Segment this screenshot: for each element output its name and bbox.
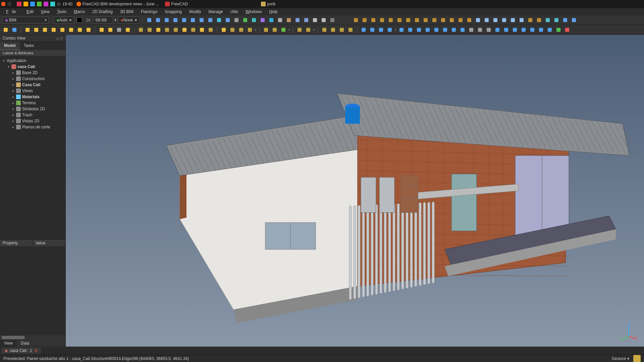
polygon-icon[interactable] — [67, 26, 75, 34]
navigation-gizmo[interactable]: z x y — [619, 321, 639, 341]
workbench-selector[interactable]: ◈ BIM — [2, 17, 49, 23]
group-icon[interactable] — [494, 26, 501, 34]
guide4-icon[interactable] — [500, 16, 508, 24]
grid3-icon[interactable] — [433, 26, 440, 34]
wire-icon[interactable] — [33, 26, 40, 34]
grid-toggle-icon[interactable] — [553, 16, 560, 24]
rebar1-icon[interactable] — [271, 26, 278, 34]
tree-item-base-2d[interactable]: ▸Base 2D — [0, 70, 65, 76]
front-view-icon[interactable] — [189, 16, 197, 24]
link-icon[interactable] — [424, 26, 431, 34]
bars-icon[interactable] — [262, 26, 270, 34]
tree-item-trash[interactable]: ▸Trash — [0, 112, 65, 118]
none-button[interactable]: ● None▾ — [118, 16, 140, 24]
guide1-icon[interactable] — [474, 16, 482, 24]
tab-model[interactable]: Model — [0, 42, 20, 50]
ellipse-icon[interactable] — [59, 26, 66, 34]
taskbar-tab-1[interactable]: FreeCAD — [163, 1, 190, 7]
cube-view-icon[interactable] — [172, 16, 179, 24]
snap-wp-icon[interactable] — [457, 16, 464, 24]
grid2-icon[interactable] — [303, 16, 310, 24]
min-window-icon[interactable] — [7, 2, 11, 6]
wrench-icon[interactable] — [276, 16, 284, 24]
guide5-icon[interactable] — [509, 16, 517, 24]
rotate-icon[interactable] — [369, 26, 376, 34]
panel-icon[interactable] — [172, 26, 179, 34]
tree-item-casa-cati[interactable]: ▾casa Cati — [0, 64, 65, 70]
tree-item-views[interactable]: ▸Views — [0, 88, 65, 94]
box2-icon[interactable] — [329, 26, 337, 34]
menu-view[interactable]: View — [38, 9, 53, 15]
snap-perp-icon[interactable] — [396, 16, 403, 24]
file-alt-icon[interactable] — [311, 16, 319, 24]
section-box-icon[interactable] — [250, 16, 258, 24]
dim-icon[interactable] — [115, 26, 123, 34]
point-icon[interactable] — [85, 26, 92, 34]
tree-root[interactable]: ▾ Application — [0, 58, 65, 64]
clip1-icon[interactable] — [561, 16, 569, 24]
scale-icon[interactable] — [459, 26, 466, 34]
rebar2-icon[interactable] — [280, 26, 287, 34]
tab-tasks[interactable]: Tasks — [20, 42, 38, 50]
array-icon[interactable] — [407, 26, 414, 34]
leader-icon[interactable] — [124, 26, 131, 34]
menu-modify[interactable]: Modify — [186, 9, 204, 15]
ruler2-icon[interactable] — [535, 16, 543, 24]
guide6-icon[interactable] — [518, 16, 525, 24]
space-icon[interactable] — [296, 26, 303, 34]
tree-item-terreno[interactable]: ▸Terreno — [0, 100, 65, 106]
taskbar-tab-0[interactable]: FreeCAD BIM development news - June ... — [74, 1, 161, 7]
line-icon[interactable] — [24, 26, 31, 34]
tree-item-materials[interactable]: ▸Materials — [0, 94, 65, 100]
circ-icon[interactable] — [224, 16, 231, 24]
box1-icon[interactable] — [321, 26, 328, 34]
guide3-icon[interactable] — [492, 16, 499, 24]
menu-macro[interactable]: Macro — [70, 9, 88, 15]
close-window-icon[interactable] — [1, 2, 5, 6]
color-picker[interactable] — [76, 16, 83, 24]
fit-all-icon[interactable] — [241, 16, 249, 24]
snap-grid-icon[interactable] — [448, 16, 455, 24]
snap-int-icon[interactable] — [387, 16, 394, 24]
tree-item-simbolos-2d[interactable]: ▸Simbolos 2D — [0, 106, 65, 112]
text-s-icon[interactable] — [107, 26, 114, 34]
globe-icon[interactable] — [215, 16, 223, 24]
open-file-icon[interactable] — [11, 26, 18, 34]
undo-icon[interactable] — [377, 26, 385, 34]
menu-tools[interactable]: Tools — [54, 9, 70, 15]
offset-icon[interactable] — [441, 26, 449, 34]
minus-icon[interactable] — [564, 26, 571, 34]
trim-icon[interactable] — [450, 26, 458, 34]
doc-tab-casa-cati[interactable]: ◆ casa Cati : 1 ✕ — [1, 348, 41, 354]
menu-edit[interactable]: Edit — [23, 9, 37, 15]
menu-2d-drafting[interactable]: 2D Drafting — [89, 9, 116, 15]
close-tab-icon[interactable]: ✕ — [34, 348, 38, 353]
window-icon[interactable] — [190, 26, 197, 34]
sel-icon[interactable] — [485, 26, 492, 34]
wall-icon[interactable] — [146, 26, 153, 34]
copy-icon[interactable] — [415, 26, 423, 34]
text-a-icon[interactable] — [98, 26, 105, 34]
snap-ext-icon[interactable] — [405, 16, 412, 24]
layer-icon[interactable] — [259, 16, 266, 24]
snap-ang-icon[interactable] — [378, 16, 386, 24]
cube-gold-icon[interactable] — [137, 26, 145, 34]
menu-snapping[interactable]: Snapping — [161, 9, 185, 15]
circle-icon[interactable] — [41, 26, 49, 34]
prop-tab-view[interactable]: View — [0, 340, 17, 347]
ext-icon[interactable] — [347, 26, 354, 34]
column-icon[interactable] — [207, 26, 214, 34]
menu-windows[interactable]: Windows — [242, 9, 265, 15]
plus-icon[interactable] — [555, 26, 562, 34]
roof-icon[interactable] — [181, 26, 188, 34]
show-icon[interactable] — [520, 26, 527, 34]
tree-item-planos-de-corte[interactable]: ▸Planos de corte — [0, 124, 65, 130]
cyl-icon[interactable] — [237, 26, 245, 34]
workplane-icon[interactable] — [163, 16, 170, 24]
check-icon[interactable] — [546, 26, 553, 34]
menu-3d-bim[interactable]: 3D BIM — [117, 9, 137, 15]
scrollbar[interactable] — [0, 335, 65, 340]
redo-icon[interactable] — [386, 26, 393, 34]
clip2-icon[interactable] — [570, 16, 578, 24]
stack-icon[interactable] — [294, 16, 301, 24]
